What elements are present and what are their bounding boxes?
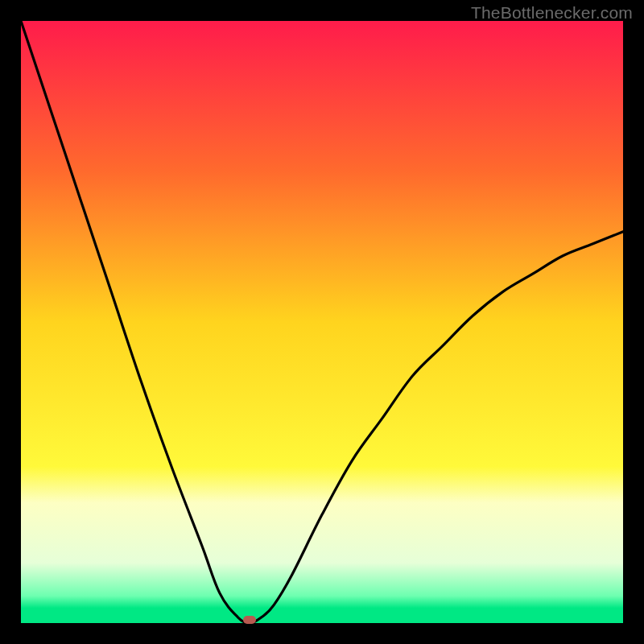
minimum-marker [243,616,256,624]
watermark-text: TheBottlenecker.com [471,3,633,23]
chart-container: TheBottlenecker.com [0,0,644,644]
chart-svg [21,21,623,623]
gradient-background [21,21,623,623]
plot-area [21,21,623,623]
